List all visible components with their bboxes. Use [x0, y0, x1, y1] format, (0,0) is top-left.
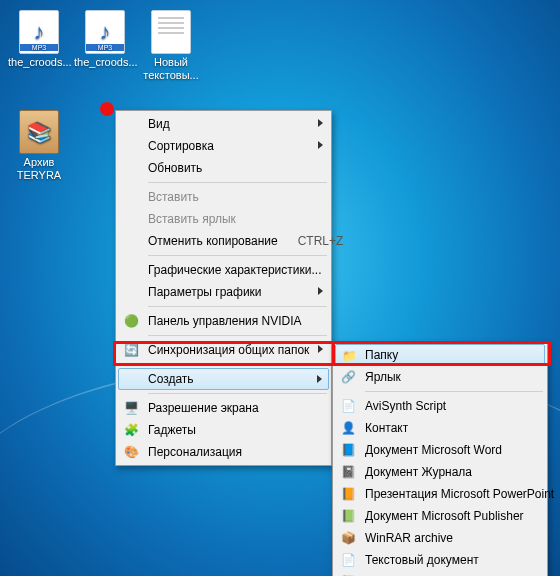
menu-item-label: Вставить: [148, 190, 199, 204]
menu-item-label: Графические характеристики...: [148, 263, 321, 277]
menu-item-label: Обновить: [148, 161, 202, 175]
ctx-item-13[interactable]: 🔄Синхронизация общих папок: [118, 339, 329, 361]
ctx-item-2[interactable]: Обновить: [118, 157, 329, 179]
rar-icon: [19, 110, 59, 154]
ctx-item-0[interactable]: Вид: [118, 113, 329, 135]
ctx-item-18[interactable]: 🧩Гаджеты: [118, 419, 329, 441]
menu-item-label: Контакт: [365, 421, 408, 435]
menu-item-label: Создать: [148, 372, 194, 386]
menu-item-shortcut: CTRL+Z: [278, 234, 344, 248]
menu-item-label: Вставить ярлык: [148, 212, 236, 226]
ctx-item-8[interactable]: Графические характеристики...: [118, 259, 329, 281]
menu-item-icon: 🔄: [122, 341, 140, 359]
ctx-item-17[interactable]: 🖥️Разрешение экрана: [118, 397, 329, 419]
ctx-item-19[interactable]: 🎨Персонализация: [118, 441, 329, 463]
ctx-item-6[interactable]: Отменить копированиеCTRL+Z: [118, 230, 329, 252]
menu-separator: [148, 182, 327, 183]
desktop-context-menu[interactable]: ВидСортировкаОбновитьВставитьВставить яр…: [115, 110, 332, 466]
chevron-right-icon: [318, 287, 323, 295]
mp3-icon: [19, 10, 59, 54]
ctx-item-1[interactable]: Сортировка: [118, 135, 329, 157]
mp3-icon: [85, 10, 125, 54]
menu-separator: [365, 391, 543, 392]
new-item-0[interactable]: 📁Папку: [335, 344, 545, 366]
menu-separator: [148, 393, 327, 394]
menu-item-label: Документ Microsoft Publisher: [365, 509, 524, 523]
menu-item-label: Персонализация: [148, 445, 242, 459]
icon-label: Новый текстовы...: [140, 56, 202, 81]
chevron-right-icon: [318, 345, 323, 353]
menu-item-label: Текстовый документ: [365, 553, 479, 567]
menu-item-label: Вид: [148, 117, 170, 131]
create-new-submenu[interactable]: 📁Папку🔗Ярлык📄AviSynth Script👤Контакт📘Док…: [332, 341, 548, 576]
menu-item-icon: 🔗: [339, 368, 357, 386]
file-the-croods-2[interactable]: the_croods...: [74, 10, 136, 69]
menu-item-label: AviSynth Script: [365, 399, 446, 413]
menu-item-label: Панель управления NVIDIA: [148, 314, 302, 328]
new-item-6[interactable]: 📓Документ Журнала: [335, 461, 545, 483]
menu-item-label: Отменить копирование: [148, 234, 278, 248]
menu-item-icon: 📗: [339, 507, 357, 525]
file-archive-teryra[interactable]: Архив TERYRA: [8, 110, 70, 181]
menu-item-icon: 🖥️: [122, 399, 140, 417]
menu-item-icon: 📙: [339, 485, 357, 503]
menu-item-label: Разрешение экрана: [148, 401, 259, 415]
icon-label: the_croods...: [8, 56, 70, 69]
ctx-item-9[interactable]: Параметры графики: [118, 281, 329, 303]
menu-item-icon: 📘: [339, 441, 357, 459]
menu-item-label: Гаджеты: [148, 423, 196, 437]
menu-item-label: Документ Журнала: [365, 465, 472, 479]
menu-separator: [148, 364, 327, 365]
menu-item-icon: 🧩: [122, 421, 140, 439]
chevron-right-icon: [317, 375, 322, 383]
menu-separator: [148, 335, 327, 336]
new-item-7[interactable]: 📙Презентация Microsoft PowerPoint: [335, 483, 545, 505]
icon-label: Архив TERYRA: [8, 156, 70, 181]
new-item-5[interactable]: 📘Документ Microsoft Word: [335, 439, 545, 461]
txt-icon: [151, 10, 191, 54]
menu-item-label: Документ Microsoft Word: [365, 443, 502, 457]
red-marker-dot: [100, 102, 114, 116]
new-item-8[interactable]: 📗Документ Microsoft Publisher: [335, 505, 545, 527]
ctx-item-15[interactable]: Создать: [118, 368, 329, 390]
menu-item-label: Сортировка: [148, 139, 214, 153]
menu-item-icon: 🎨: [122, 443, 140, 461]
chevron-right-icon: [318, 119, 323, 127]
menu-item-label: Презентация Microsoft PowerPoint: [365, 487, 554, 501]
chevron-right-icon: [318, 141, 323, 149]
menu-item-label: WinRAR archive: [365, 531, 453, 545]
menu-item-label: Ярлык: [365, 370, 401, 384]
menu-item-label: Параметры графики: [148, 285, 262, 299]
menu-separator: [148, 255, 327, 256]
new-item-11[interactable]: 📗Лист Microsoft Excel: [335, 571, 545, 576]
ctx-item-5: Вставить ярлык: [118, 208, 329, 230]
new-item-4[interactable]: 👤Контакт: [335, 417, 545, 439]
menu-item-icon: 👤: [339, 419, 357, 437]
new-item-3[interactable]: 📄AviSynth Script: [335, 395, 545, 417]
ctx-item-4: Вставить: [118, 186, 329, 208]
menu-item-label: Папку: [365, 348, 398, 362]
icon-label: the_croods...: [74, 56, 136, 69]
menu-separator: [148, 306, 327, 307]
ctx-item-11[interactable]: 🟢Панель управления NVIDIA: [118, 310, 329, 332]
menu-item-icon: 📦: [339, 529, 357, 547]
new-item-9[interactable]: 📦WinRAR archive: [335, 527, 545, 549]
menu-item-icon: 🟢: [122, 312, 140, 330]
new-item-10[interactable]: 📄Текстовый документ: [335, 549, 545, 571]
file-the-croods-1[interactable]: the_croods...: [8, 10, 70, 69]
menu-item-label: Синхронизация общих папок: [148, 343, 309, 357]
menu-item-icon: 📄: [339, 551, 357, 569]
menu-item-icon: 📁: [340, 347, 358, 365]
file-new-text[interactable]: Новый текстовы...: [140, 10, 202, 81]
menu-item-icon: 📄: [339, 397, 357, 415]
menu-item-icon: 📓: [339, 463, 357, 481]
new-item-1[interactable]: 🔗Ярлык: [335, 366, 545, 388]
